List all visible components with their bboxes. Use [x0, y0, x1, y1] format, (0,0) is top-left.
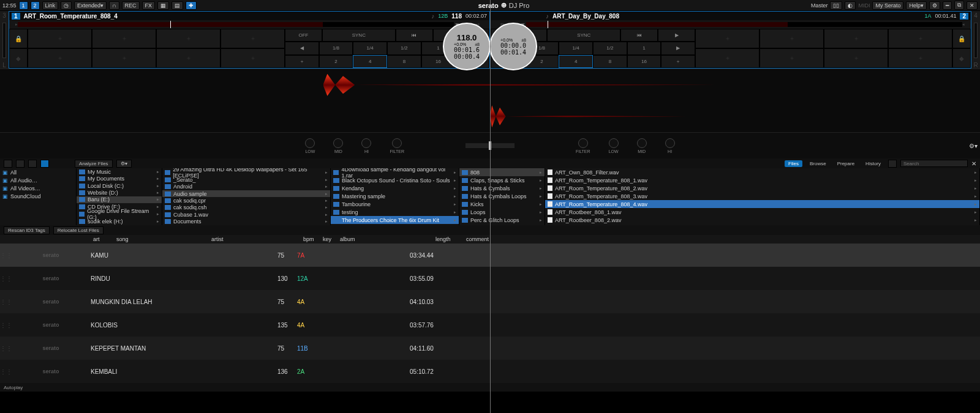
deck-2-toggle[interactable]: 2	[31, 1, 40, 10]
cue-icon[interactable]: ◆	[9, 48, 28, 68]
browser-item[interactable]: ART_Own_808_Filter.wav▸	[545, 168, 979, 176]
browser-item[interactable]: Audio sample▸	[162, 190, 330, 197]
browser-item[interactable]: 29 Amazing Ultra HD 4K Desktop Wallpaper…	[162, 168, 330, 176]
beat-div[interactable]: 16	[627, 55, 662, 68]
close-icon[interactable]: ✕	[967, 1, 978, 10]
rec-button[interactable]: REC	[122, 1, 140, 10]
beat-div[interactable]: 1/2	[387, 42, 421, 54]
beat-div[interactable]: 1/2	[593, 42, 627, 54]
browser-item[interactable]: Android▸	[162, 183, 330, 190]
browse-tab[interactable]: Browse	[806, 160, 830, 167]
mic-icon[interactable]: ◷	[61, 1, 72, 10]
low-knob-2[interactable]: LOW	[609, 138, 619, 154]
sync-button[interactable]: SYNC	[322, 29, 396, 42]
hotcue[interactable]: ＋	[221, 29, 285, 48]
beat-div-active[interactable]: 4	[353, 55, 387, 68]
filter-knob-1[interactable]: FILTER	[390, 138, 404, 154]
off-button[interactable]: OFF	[285, 29, 322, 42]
beat-div[interactable]: 1/8	[319, 42, 353, 54]
history-tab[interactable]: History	[862, 160, 884, 167]
hi-knob-1[interactable]: HI	[361, 138, 371, 154]
fx-button[interactable]: FX	[142, 1, 156, 10]
panel-settings-icon[interactable]: ⚙▾	[969, 143, 978, 149]
cue-icon[interactable]: ◆	[952, 48, 971, 68]
browser-item[interactable]: Google Drive File Stream (G:)▸	[77, 210, 162, 218]
analyze-button[interactable]: Analyze Files	[75, 160, 113, 168]
hotcue[interactable]: ＋	[695, 29, 760, 48]
grid-icon[interactable]: ▤	[172, 1, 183, 10]
help-button[interactable]: Help ▾	[906, 1, 927, 10]
prepare-tab[interactable]: Prepare	[834, 160, 858, 167]
loop-add[interactable]: ＋	[285, 55, 319, 68]
beat-div[interactable]: 2	[319, 55, 353, 68]
browser-item[interactable]: Claps, Snaps & Sticks▸	[459, 176, 545, 184]
hotcue[interactable]: ＋	[28, 29, 92, 48]
browser-item[interactable]: Documents▸	[162, 218, 330, 225]
view-mode[interactable]: Extended ▾	[74, 1, 107, 10]
sync-button[interactable]: SYNC	[547, 29, 620, 42]
deck-1-toggle[interactable]: 1	[19, 1, 28, 10]
browser-item[interactable]: Cubase 1.wav▸	[162, 211, 330, 218]
cue-lock-icon[interactable]: 🔒	[952, 29, 971, 48]
max-icon[interactable]: ⧉	[954, 1, 964, 10]
midi-label[interactable]: MIDI	[858, 2, 870, 9]
main-waveforms[interactable]	[0, 69, 980, 133]
browser-item[interactable]: Hats & Cymbals Loops▸	[459, 192, 545, 200]
browser-item[interactable]: Perc & Glitch Loops▸	[459, 216, 545, 224]
browser-item[interactable]: ART_Room_Temperature_808_1.wav▸	[545, 176, 979, 184]
sampler-icon[interactable]: ▦	[157, 1, 169, 10]
browser-item[interactable]: Website (D:)▸	[77, 189, 162, 196]
beat-div[interactable]: 8	[593, 55, 627, 68]
crate-icon[interactable]	[16, 160, 24, 168]
hotcue[interactable]: ＋	[92, 48, 156, 68]
mid-knob-1[interactable]: MID	[333, 138, 343, 154]
link-button[interactable]: Link	[42, 1, 59, 10]
hotcue[interactable]: ＋	[888, 29, 952, 48]
list-view-icon[interactable]	[28, 160, 37, 168]
hotcue[interactable]: ＋	[824, 48, 888, 68]
browser-item[interactable]: ART_Rootbeer_808_1.wav▸	[545, 208, 979, 216]
beat-div-active[interactable]: 4	[559, 55, 593, 68]
add-icon[interactable]: ✚	[186, 1, 197, 10]
filter-knob-2[interactable]: FILTER	[576, 138, 590, 154]
beat-div[interactable]: 8	[387, 55, 421, 68]
sidebar-item[interactable]: ▣ All	[0, 168, 76, 176]
browser-item[interactable]: testing▸	[331, 208, 459, 216]
browser-item[interactable]: Kicks▸	[459, 200, 545, 208]
browser-item[interactable]: Kendang▸	[331, 184, 459, 192]
autoplay-button[interactable]: Autoplay	[4, 385, 23, 390]
browser-item[interactable]: Black Octopus Sound - Cristina Soto - So…	[331, 176, 459, 184]
deck-2-platter[interactable]: +0.0%±8 00:00.0 00:01.4	[489, 23, 537, 70]
analyze-settings-icon[interactable]: ⚙▾	[116, 160, 132, 168]
hotcue[interactable]: ＋	[156, 29, 221, 48]
hotcue[interactable]: ＋	[888, 48, 952, 68]
browser-item[interactable]: ART_Room_Temperature_808_2.wav▸	[545, 184, 979, 192]
browser-item[interactable]: Hats & Cymbals▸	[459, 184, 545, 192]
beat-div[interactable]: 1/4	[353, 42, 387, 54]
rescan-button[interactable]: Rescan ID3 Tags	[4, 226, 50, 234]
beat-div[interactable]: 1/4	[559, 42, 593, 54]
hotcue[interactable]: ＋	[695, 48, 760, 68]
sidebar-item[interactable]: ▣ SoundCloud	[0, 192, 76, 200]
browser-item[interactable]: 4Download sample - Kendang dangdut vol 1…	[331, 168, 459, 176]
settings-icon[interactable]: ⚙	[929, 1, 940, 10]
hotcue[interactable]: ＋	[221, 48, 285, 68]
github-icon[interactable]: ◐	[845, 1, 856, 10]
hi-knob-2[interactable]: HI	[665, 138, 675, 154]
beat-nav-right[interactable]: ▶	[661, 42, 695, 54]
grid-view-icon[interactable]	[40, 160, 49, 168]
search-close-icon[interactable]: ✕	[971, 160, 976, 167]
mid-knob-2[interactable]: MID	[637, 138, 647, 154]
sidebar-item[interactable]: ▣ All Audio…	[0, 176, 76, 184]
browser-item[interactable]: ART_Room_Temperature_808_4.wav▸	[545, 200, 979, 208]
hotcue[interactable]: ＋	[28, 48, 92, 68]
hotcue[interactable]: ＋	[760, 48, 824, 68]
my-serato-button[interactable]: My Serato	[872, 1, 903, 10]
browser-item[interactable]: Loops▸	[459, 208, 545, 216]
add-crate-icon[interactable]	[4, 160, 12, 168]
sidebar-item[interactable]: ▣ All Videos…	[0, 184, 76, 192]
hotcue[interactable]: ＋	[760, 29, 824, 48]
deck-2-overview[interactable]: Repeat ▼ ◂	[491, 20, 971, 29]
note-icon[interactable]: ♪	[431, 13, 434, 20]
browser-item[interactable]: Local Disk (C:)▸	[77, 182, 162, 189]
